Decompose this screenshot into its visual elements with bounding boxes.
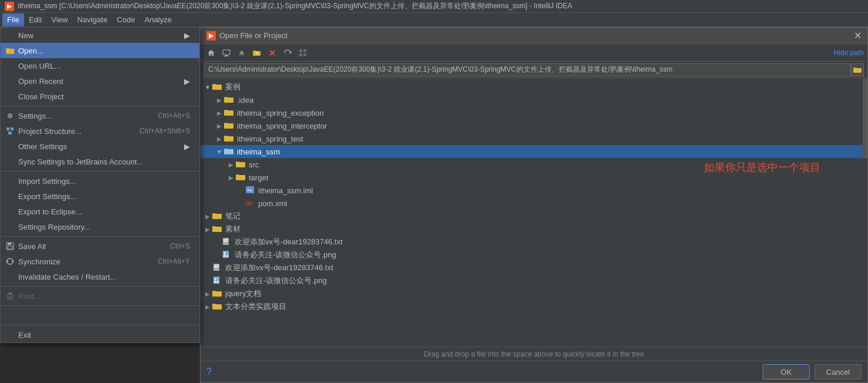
path-folder-button[interactable] [851,63,864,76]
tree-item-sucai[interactable]: ▶ 素材 [201,223,867,236]
dialog-title: Open File or Project [219,31,288,40]
menu-navigate[interactable]: Navigate [72,14,112,26]
hide-path-button[interactable]: Hide path [834,49,864,57]
folder-icon-biji [212,211,222,221]
menu-item-print-label: Print... [18,292,41,301]
path-bar [201,62,867,78]
svg-rect-83 [212,304,222,309]
menu-item-power-save[interactable] [1,308,199,323]
open-file-dialog: ▶ Open File or Project ✕ [200,27,868,383]
tree-label-idea: .idea [237,96,253,105]
dialog-titlebar: ▶ Open File or Project ✕ [201,28,867,44]
folder-icon-idea [224,95,233,105]
menu-item-synchronize[interactable]: Synchronize Ctrl+Alt+Y [1,254,199,269]
tree-item-ssm[interactable]: ▼ itheima_ssm [201,145,867,158]
folder-icon-sucai [212,224,222,234]
menu-item-exit[interactable]: Exit [1,327,199,342]
submenu-arrow: ▶ [184,31,190,40]
menu-item-save-all[interactable]: Save All Ctrl+S [1,238,199,254]
menu-item-sync-settings[interactable]: Sync Settings to JetBrains Account... [1,154,199,169]
menu-item-export-settings[interactable]: Export Settings... [1,189,199,204]
toolbar-desktop-button[interactable] [219,46,233,59]
drag-drop-hint-text: Drag and drop a file into the space abov… [424,350,644,358]
menu-item-open-recent[interactable]: Open Recent ▶ [1,73,199,89]
menu-item-invalidate-caches-label: Invalidate Caches / Restart... [18,273,116,281]
svg-rect-7 [8,132,12,135]
menu-file[interactable]: File [2,14,24,26]
menu-item-save-all-label: Save All [18,242,46,251]
svg-point-71 [224,253,226,254]
tree-item-interceptor[interactable]: ▶ itheima_spring_interceptor [201,119,867,132]
menu-item-other-settings[interactable]: Other Settings ▶ [1,139,199,154]
print-icon [5,291,15,301]
toolbar-up-folder-button[interactable] [235,46,249,59]
svg-rect-16 [223,50,230,55]
menu-item-synchronize-label: Synchronize [18,257,61,266]
toolbar-new-folder-button[interactable]: + [250,46,264,59]
menu-item-print: Print... [1,288,199,304]
toolbar-home-button[interactable] [204,46,218,59]
menu-analyze[interactable]: Analyze [140,14,176,26]
file-tree[interactable]: ▼ 案例 ▶ .idea ▶ [201,78,867,347]
menu-item-export-settings-label: Export Settings... [18,192,76,201]
svg-rect-62 [212,214,222,219]
menu-item-import-settings[interactable]: Import Settings... [1,173,199,189]
tree-arrow-ssm: ▼ [215,147,224,156]
svg-rect-6 [11,127,14,130]
tree-item-file4[interactable]: ▶ 请务必关注-该微信公众号.png [201,274,867,287]
menu-code[interactable]: Code [112,14,140,26]
menu-edit[interactable]: Edit [24,14,46,26]
help-button[interactable]: ? [206,367,212,377]
menu-item-new[interactable]: New ▶ [1,28,199,43]
toolbar-refresh-button[interactable] [281,46,295,59]
window-title: itheima_ssm [C:\Users\Administrator\Desk… [18,1,572,11]
menu-item-close-project[interactable]: Close Project [1,89,199,104]
cancel-button[interactable]: Cancel [814,364,862,379]
svg-text:+: + [256,51,259,56]
tree-item-file1[interactable]: ▶ 欢迎添加vx号-dear19283746.txt [201,236,867,248]
svg-rect-19 [239,53,244,55]
tree-item-biji[interactable]: ▶ 笔记 [201,210,867,223]
menu-item-invalidate-caches[interactable]: Invalidate Caches / Restart... [1,269,199,284]
tree-item-src[interactable]: ▶ src [201,158,867,171]
tree-item-file2[interactable]: ▶ 请务必关注-该微信公众号.png [201,248,867,261]
svg-rect-18 [224,56,229,56]
tree-item-file3[interactable]: ▶ 欢迎添加vx号-dear19283746.txt [201,261,867,274]
tree-item-exception[interactable]: ▶ itheima_spring_exception [201,106,867,119]
tree-item-anli[interactable]: ▼ 案例 [201,80,867,93]
tree-item-test[interactable]: ▶ itheima_spring_test [201,132,867,145]
menu-item-close-project-label: Close Project [18,92,64,101]
menu-item-settings-repo[interactable]: Settings Repository... [1,219,199,234]
svg-rect-48 [224,136,233,141]
menu-item-open[interactable]: Open... [1,43,199,58]
tree-item-wenben[interactable]: ▶ 文本分类实践项目 [201,300,867,313]
menu-item-open-url[interactable]: Open URL... [1,58,199,73]
ok-button[interactable]: OK [763,364,810,379]
tree-item-jquery[interactable]: ▶ jquery文档 [201,287,867,300]
folder-icon-exception [224,108,233,117]
tree-item-idea[interactable]: ▶ .idea [201,93,867,106]
tree-label-jquery: jquery文档 [225,288,261,299]
svg-rect-30 [303,53,306,56]
tree-item-pom[interactable]: ▶ m pom.xml [201,197,867,210]
svg-rect-14 [8,293,12,295]
tree-label-biji: 笔记 [225,211,241,221]
open-folder-icon [5,46,15,55]
menu-item-open-recent-label: Open Recent [18,77,64,86]
tree-item-iml[interactable]: ▶ IML itheima_ssm.iml [201,184,867,197]
svg-rect-51 [224,149,233,154]
scrollbar-thumb[interactable] [863,78,867,159]
path-input[interactable] [204,63,851,76]
menu-item-settings[interactable]: Settings... Ctrl+Alt+S [1,108,199,123]
menu-item-project-structure[interactable]: Project Structure... Ctrl+Alt+Shift+S [1,123,199,139]
dialog-close-button[interactable]: ✕ [854,31,862,41]
toolbar-delete-button[interactable] [265,46,279,59]
menu-item-export-eclipse[interactable]: Export to Eclipse... [1,204,199,219]
svg-rect-36 [212,85,222,89]
toolbar-show-hidden-button[interactable] [296,46,310,59]
tree-item-target[interactable]: ▶ target [201,171,867,184]
scrollbar-track[interactable] [863,78,867,347]
svg-rect-68 [223,240,228,241]
tree-label-target: target [249,173,268,182]
menu-view[interactable]: View [46,14,72,26]
